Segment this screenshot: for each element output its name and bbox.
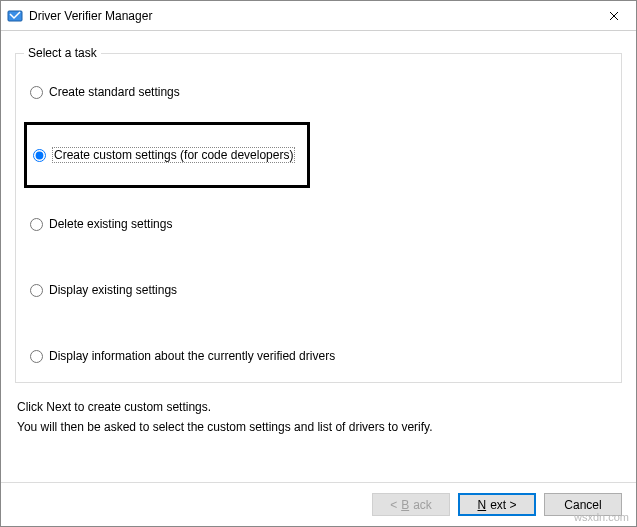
instruction-line: You will then be asked to select the cus… bbox=[17, 417, 620, 437]
option-label: Display information about the currently … bbox=[49, 349, 335, 363]
next-button[interactable]: Next > bbox=[458, 493, 536, 516]
radio-display-info[interactable] bbox=[30, 350, 43, 363]
option-label: Create standard settings bbox=[49, 85, 180, 99]
option-label: Create custom settings (for code develop… bbox=[52, 147, 295, 163]
back-button: < Back bbox=[372, 493, 450, 516]
instruction-line: Click Next to create custom settings. bbox=[17, 397, 620, 417]
highlight-box: Create custom settings (for code develop… bbox=[24, 122, 310, 188]
radio-create-custom[interactable] bbox=[33, 149, 46, 162]
option-create-standard[interactable]: Create standard settings bbox=[30, 82, 180, 102]
option-display-existing[interactable]: Display existing settings bbox=[30, 280, 177, 300]
window-title: Driver Verifier Manager bbox=[29, 9, 591, 23]
dialog-window: Driver Verifier Manager Select a task Cr… bbox=[0, 0, 637, 527]
option-create-custom[interactable]: Create custom settings (for code develop… bbox=[33, 145, 295, 165]
option-display-info[interactable]: Display information about the currently … bbox=[30, 346, 335, 366]
task-groupbox: Select a task Create standard settings C… bbox=[15, 53, 622, 383]
close-button[interactable] bbox=[591, 1, 636, 30]
option-label: Delete existing settings bbox=[49, 217, 172, 231]
cancel-button[interactable]: Cancel bbox=[544, 493, 622, 516]
radio-create-standard[interactable] bbox=[30, 86, 43, 99]
title-bar: Driver Verifier Manager bbox=[1, 1, 636, 31]
button-bar: < Back Next > Cancel bbox=[1, 482, 636, 526]
option-delete-existing[interactable]: Delete existing settings bbox=[30, 214, 172, 234]
option-label: Display existing settings bbox=[49, 283, 177, 297]
groupbox-legend: Select a task bbox=[24, 46, 101, 60]
radio-delete-existing[interactable] bbox=[30, 218, 43, 231]
radio-display-existing[interactable] bbox=[30, 284, 43, 297]
content-area: Select a task Create standard settings C… bbox=[1, 31, 636, 482]
app-icon bbox=[7, 8, 23, 24]
instructions-text: Click Next to create custom settings. Yo… bbox=[17, 397, 620, 438]
